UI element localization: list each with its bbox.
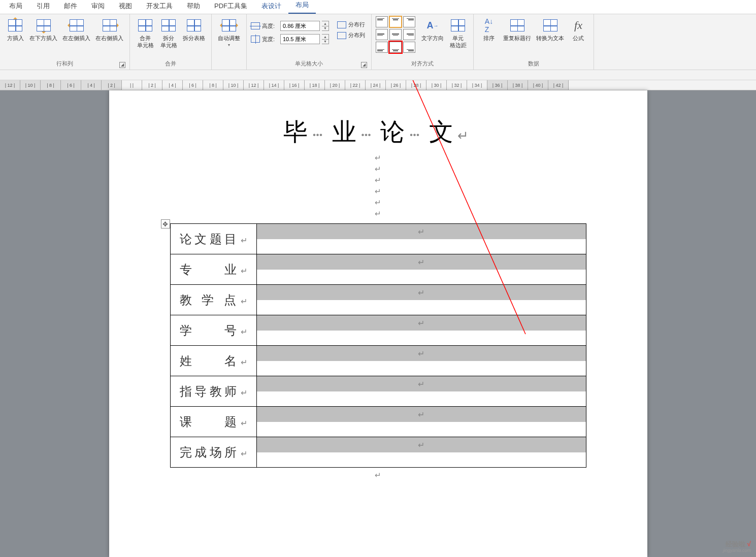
tab-help[interactable]: 帮助 — [180, 0, 207, 14]
tab-table-design[interactable]: 表设计 — [254, 0, 288, 14]
ruler-tick: | 26 | — [386, 80, 406, 90]
ruler-tick: | 8 | — [203, 80, 223, 90]
ruler-tick: | 20 | — [325, 80, 345, 90]
table-move-handle[interactable]: ✥ — [161, 219, 170, 228]
align-bottom-center[interactable] — [389, 42, 402, 53]
cell-size-launcher[interactable]: ◢ — [361, 62, 367, 68]
group-label-cell-size: 单元格大小 — [295, 60, 323, 67]
ruler-tick: | 28 | — [406, 80, 426, 90]
cell-margins-button[interactable]: 单元格边距 — [447, 16, 469, 50]
distribute-rows-button[interactable]: 分布行 — [335, 19, 367, 30]
align-bottom-right[interactable] — [403, 42, 415, 53]
insert-below-button[interactable]: 在下方插入 — [27, 16, 59, 43]
table-label-cell[interactable]: 教 学 点↵ — [170, 285, 256, 315]
table-row[interactable]: 课 题↵↵ — [170, 407, 586, 437]
insert-above-button[interactable]: 方插入 — [4, 16, 26, 43]
document-page[interactable]: 毕··· 业··· 论··· 文↵ ↵ ↵ ↵ ↵ ↵ ↵ ✥ 论文题目↵↵专 … — [109, 90, 647, 557]
rows-cols-launcher[interactable]: ◢ — [119, 62, 125, 68]
tab-table-layout[interactable]: 布局 — [288, 0, 316, 14]
formula-button[interactable]: fx 公式 — [567, 16, 589, 43]
align-middle-center[interactable] — [389, 29, 402, 40]
tab-mailings[interactable]: 邮件 — [57, 0, 84, 14]
autofit-button[interactable]: 自动调整 ▾ — [216, 16, 242, 48]
tab-dev-tools[interactable]: 开发工具 — [139, 0, 180, 14]
document-title: 毕··· 业··· 论··· 文↵ — [146, 116, 611, 148]
merge-cells-button[interactable]: 合并单元格 — [134, 16, 156, 50]
table-value-cell[interactable]: ↵ — [256, 254, 586, 285]
width-icon — [251, 36, 260, 43]
table-row[interactable]: 专 业↵↵ — [170, 254, 586, 285]
width-spinner[interactable]: ▲▼ — [322, 34, 329, 44]
ruler-tick: | 22 | — [345, 80, 366, 90]
ruler-tick: | 18 | — [305, 80, 325, 90]
table-label-cell[interactable]: 姓 名↵ — [170, 346, 256, 376]
horizontal-ruler[interactable]: | 12 || 10 || 8 || 6 || 4 || 2 || || 2 |… — [0, 80, 756, 90]
ruler-tick: | 42 | — [548, 80, 569, 90]
tab-review[interactable]: 审阅 — [84, 0, 112, 14]
table-row[interactable]: 姓 名↵↵ — [170, 346, 586, 376]
formula-icon: fx — [574, 19, 582, 32]
ruler-tick: | 24 | — [366, 80, 386, 90]
ruler-tick: | 2 | — [142, 80, 162, 90]
group-cell-size: 高度: ▲▼ 宽度: ▲▼ 分布行 分布列 — [247, 14, 372, 70]
align-top-right[interactable] — [403, 16, 415, 27]
distribute-cols-icon — [337, 32, 346, 39]
table-value-cell[interactable]: ↵ — [256, 437, 586, 468]
convert-text-button[interactable]: 转换为文本 — [534, 16, 566, 43]
text-direction-button[interactable]: A→ 文字方向 — [419, 16, 446, 43]
height-input[interactable] — [280, 21, 320, 31]
table-value-cell[interactable]: ↵ — [256, 285, 586, 315]
ruler-tick: | 6 | — [61, 80, 81, 90]
group-label-rows-cols: 行和列 — [56, 60, 73, 67]
align-top-center[interactable] — [389, 16, 402, 27]
align-bottom-left[interactable] — [376, 42, 388, 53]
tab-references[interactable]: 引用 — [29, 0, 57, 14]
table-row[interactable]: 教 学 点↵↵ — [170, 285, 586, 315]
table-value-cell[interactable]: ↵ — [256, 224, 586, 254]
ruler-tick: | | — [122, 80, 142, 90]
document-area: | 12 || 10 || 8 || 6 || 4 || 2 || || 2 |… — [0, 80, 756, 557]
align-middle-left[interactable] — [376, 29, 388, 40]
tab-view[interactable]: 视图 — [112, 0, 139, 14]
table-value-cell[interactable]: ↵ — [256, 376, 586, 407]
distribute-cols-button[interactable]: 分布列 — [335, 30, 367, 41]
distribute-rows-icon — [337, 21, 346, 28]
group-label-merge: 合并 — [134, 59, 207, 69]
table-row[interactable]: 指导教师↵↵ — [170, 376, 586, 407]
ruler-tick: | 12 | — [0, 80, 20, 90]
group-label-alignment: 对齐方式 — [376, 59, 469, 69]
table-value-cell[interactable]: ↵ — [256, 346, 586, 376]
table-label-cell[interactable]: 课 题↵ — [170, 407, 256, 437]
tab-layout-page[interactable]: 布局 — [2, 0, 29, 14]
table-label-cell[interactable]: 指导教师↵ — [170, 376, 256, 407]
table-label-cell[interactable]: 完成场所↵ — [170, 437, 256, 468]
table-row[interactable]: 论文题目↵↵ — [170, 224, 586, 254]
table-label-cell[interactable]: 专 业↵ — [170, 254, 256, 285]
split-table-button[interactable]: 拆分表格 — [181, 16, 207, 43]
ruler-tick: | 14 | — [264, 80, 284, 90]
height-icon — [251, 22, 260, 29]
table-row[interactable]: 学 号↵↵ — [170, 315, 586, 346]
table-value-cell[interactable]: ↵ — [256, 315, 586, 346]
insert-right-button[interactable]: 在右侧插入 — [93, 16, 125, 43]
document-table[interactable]: 论文题目↵↵专 业↵↵教 学 点↵↵学 号↵↵姓 名↵↵指导教师↵↵课 题↵↵完… — [170, 223, 586, 468]
table-row[interactable]: 完成场所↵↵ — [170, 437, 586, 468]
width-input[interactable] — [280, 34, 320, 44]
split-cells-button[interactable]: 拆分单元格 — [157, 16, 180, 50]
tab-pdf-tools[interactable]: PDF工具集 — [207, 0, 254, 14]
group-data: A↓Z 排序 重复标题行 转换为文本 fx 公式 数据 — [474, 14, 594, 70]
height-label: 高度: — [262, 22, 278, 30]
ruler-tick: | 4 | — [81, 80, 102, 90]
table-label-cell[interactable]: 学 号↵ — [170, 315, 256, 346]
sort-button[interactable]: A↓Z 排序 — [478, 16, 500, 43]
ruler-tick: | 16 | — [284, 80, 305, 90]
insert-left-button[interactable]: 在左侧插入 — [60, 16, 92, 43]
align-middle-right[interactable] — [403, 29, 415, 40]
align-top-left[interactable] — [376, 16, 388, 27]
repeat-header-button[interactable]: 重复标题行 — [501, 16, 533, 43]
height-spinner[interactable]: ▲▼ — [322, 21, 329, 31]
table-label-cell[interactable]: 论文题目↵ — [170, 224, 256, 254]
sub-toolbar — [0, 70, 756, 80]
group-label-data: 数据 — [478, 59, 589, 69]
table-value-cell[interactable]: ↵ — [256, 407, 586, 437]
